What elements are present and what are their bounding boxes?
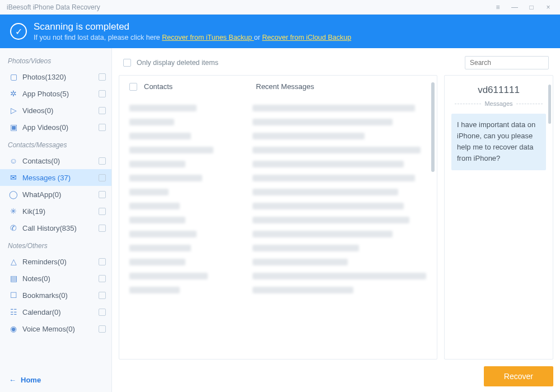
sidebar-item[interactable]: ◉Voice Memos(0) xyxy=(0,320,111,337)
sidebar-item-label: Kik(19) xyxy=(22,207,45,216)
status-banner: ✓ Scanning is completed If you not find … xyxy=(0,15,560,48)
list-item[interactable] xyxy=(129,133,427,139)
sidebar-item-checkbox[interactable] xyxy=(99,208,106,215)
banner-subtitle: If you not find lost data, please click … xyxy=(34,34,351,41)
sidebar-item-label: Voice Memos(0) xyxy=(22,325,75,333)
sidebar-item-checkbox[interactable] xyxy=(99,275,106,282)
sidebar-item[interactable]: ▢Photos(1320) xyxy=(0,68,111,85)
list-item[interactable] xyxy=(129,245,427,251)
preview-panel: vd611111 Messages I have important data … xyxy=(444,75,553,360)
list-item[interactable] xyxy=(129,189,427,195)
list-item[interactable] xyxy=(129,161,427,167)
sidebar-item[interactable]: ▣App Videos(0) xyxy=(0,119,111,136)
sidebar-group-header: Notes/Others xyxy=(0,236,111,253)
toolbar: Only display deleted items xyxy=(119,54,553,75)
sidebar-item-checkbox[interactable] xyxy=(99,90,106,97)
category-icon: ☷ xyxy=(8,307,19,316)
sidebar-item-label: Calendar(0) xyxy=(22,308,61,316)
preview-message-body: I have important data on iPhone, can you… xyxy=(451,114,546,170)
category-icon: ▷ xyxy=(8,106,19,115)
category-icon: ▣ xyxy=(8,123,19,132)
sidebar-item[interactable]: ☺Contacts(0) xyxy=(0,152,111,169)
sidebar-item[interactable]: ☷Calendar(0) xyxy=(0,304,111,320)
sidebar-item[interactable]: ☐Bookmarks(0) xyxy=(0,287,111,304)
sidebar-item-label: Videos(0) xyxy=(22,106,53,115)
sidebar-item-checkbox[interactable] xyxy=(99,292,106,299)
sidebar-item[interactable]: ✉Messages (37) xyxy=(0,169,111,186)
sidebar-item-label: Contacts(0) xyxy=(22,157,60,165)
sidebar-item-label: Notes(0) xyxy=(22,274,50,283)
preview-scrollbar[interactable] xyxy=(548,85,551,124)
list-item[interactable] xyxy=(129,105,427,111)
sidebar-item-label: Bookmarks(0) xyxy=(22,291,68,300)
search-input[interactable] xyxy=(465,56,549,69)
list-item[interactable] xyxy=(129,217,427,223)
sidebar: Photos/Videos▢Photos(1320)✲App Photos(5)… xyxy=(0,48,112,392)
sidebar-item[interactable]: ✳Kik(19) xyxy=(0,203,111,220)
sidebar-item-checkbox[interactable] xyxy=(99,174,106,181)
main-panel: Only display deleted items Contacts Rece… xyxy=(112,48,560,392)
list-item[interactable] xyxy=(129,287,427,293)
select-all-checkbox[interactable] xyxy=(129,83,137,91)
list-item[interactable] xyxy=(129,231,427,237)
list-item[interactable] xyxy=(129,273,427,279)
sidebar-item[interactable]: ◯WhatApp(0) xyxy=(0,186,111,203)
sidebar-item-checkbox[interactable] xyxy=(99,309,106,316)
menu-icon[interactable]: ≡ xyxy=(489,0,506,15)
recover-icloud-link[interactable]: Recover from iCloud Backup xyxy=(262,34,351,41)
sidebar-item-checkbox[interactable] xyxy=(99,325,106,333)
sidebar-item-label: Photos(1320) xyxy=(22,73,66,81)
sidebar-group-header: Contacts/Messages xyxy=(0,136,111,152)
maximize-button[interactable]: □ xyxy=(523,0,540,15)
sidebar-item-label: App Videos(0) xyxy=(22,123,68,132)
sidebar-item-label: App Photos(5) xyxy=(22,90,69,98)
sidebar-item-checkbox[interactable] xyxy=(99,124,106,131)
home-label: Home xyxy=(21,376,41,384)
list-scrollbar[interactable] xyxy=(431,82,435,172)
list-item[interactable] xyxy=(129,175,427,181)
titlebar: iBeesoft iPhone Data Recovery ≡ — □ × xyxy=(0,0,560,15)
category-icon: ✲ xyxy=(8,89,19,98)
sidebar-item-checkbox[interactable] xyxy=(99,157,106,165)
category-icon: ◯ xyxy=(8,190,19,199)
sidebar-item-label: Messages (37) xyxy=(22,174,71,182)
sidebar-item-checkbox[interactable] xyxy=(99,191,106,198)
sidebar-item[interactable]: ✆Call History(835) xyxy=(0,220,111,236)
category-icon: ▢ xyxy=(8,72,19,81)
arrow-left-icon: ← xyxy=(9,376,16,384)
column-recent-messages: Recent Messages xyxy=(256,82,314,91)
sidebar-item-checkbox[interactable] xyxy=(99,258,106,265)
column-contacts: Contacts xyxy=(144,82,256,91)
close-button[interactable]: × xyxy=(540,0,557,15)
sidebar-item-checkbox[interactable] xyxy=(99,73,106,81)
category-icon: ▤ xyxy=(8,274,19,283)
category-icon: ◉ xyxy=(8,324,19,333)
category-icon: ☺ xyxy=(8,156,19,165)
preview-divider: Messages xyxy=(451,100,546,107)
only-deleted-checkbox[interactable] xyxy=(123,59,131,67)
sidebar-item[interactable]: ▷Videos(0) xyxy=(0,102,111,119)
sidebar-item-checkbox[interactable] xyxy=(99,225,106,232)
sidebar-item[interactable]: ▤Notes(0) xyxy=(0,270,111,287)
minimize-button[interactable]: — xyxy=(506,0,523,15)
sidebar-group-header: Photos/Videos xyxy=(0,52,111,68)
sidebar-item[interactable]: ✲App Photos(5) xyxy=(0,85,111,102)
recover-itunes-link[interactable]: Recover from iTunes Backup xyxy=(162,34,254,41)
window-title: iBeesoft iPhone Data Recovery xyxy=(7,3,100,11)
list-item[interactable] xyxy=(129,147,427,153)
check-icon: ✓ xyxy=(10,23,27,40)
category-icon: ✉ xyxy=(8,173,19,182)
sidebar-item-checkbox[interactable] xyxy=(99,107,106,114)
category-icon: △ xyxy=(8,257,19,266)
sidebar-item-label: WhatApp(0) xyxy=(22,190,61,199)
list-item[interactable] xyxy=(129,119,427,125)
banner-title: Scanning is completed xyxy=(34,21,351,32)
sidebar-item-label: Call History(835) xyxy=(22,224,77,232)
list-item[interactable] xyxy=(129,203,427,209)
sidebar-item[interactable]: △Reminders(0) xyxy=(0,253,111,270)
list-item[interactable] xyxy=(129,259,427,265)
home-link[interactable]: ← Home xyxy=(9,376,102,384)
sidebar-item-label: Reminders(0) xyxy=(22,258,67,266)
recover-button[interactable]: Recover xyxy=(484,366,553,386)
preview-title: vd611111 xyxy=(451,85,546,96)
